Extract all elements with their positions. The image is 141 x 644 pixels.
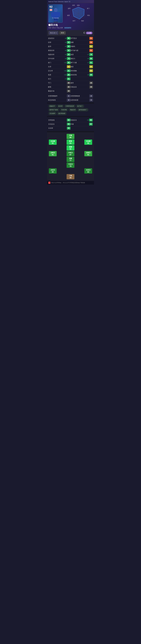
stat-right-6: 脚下力量 +7 81: [70, 61, 93, 64]
stat-right-boost-9: +9: [86, 74, 89, 76]
position-badge: 左后卫83: [49, 168, 57, 174]
ps-left-2: 长传球 90: [48, 127, 70, 130]
add-points-label: 加点: [50, 32, 53, 34]
position-score: 44: [70, 177, 71, 179]
position-row-6: 左后卫83右后卫83: [48, 168, 93, 174]
stat-right-val-7: 65: [89, 65, 93, 68]
stat-left-name-11: 守门: [48, 82, 63, 84]
stat-left-8: 定位球 +10 81: [48, 69, 70, 72]
stat-right-boost-6: +7: [86, 62, 89, 64]
stat-left-name-9: 弧度: [48, 74, 63, 76]
header-title: National Team Selection Japan '22: [48, 1, 70, 2]
weakfoot-acc-value: 4: [89, 94, 93, 98]
stat-right-val-4: 78: [89, 53, 93, 56]
position-name: 左边锋: [51, 140, 55, 142]
position-name: 左前卫: [51, 152, 55, 154]
stat-right-val-0: 51: [89, 37, 93, 40]
stat-left-val-8: 81: [67, 69, 70, 72]
position-score: 83: [52, 171, 54, 173]
skill-tag-0: 精确传中: [48, 105, 56, 108]
stat-left-9: 弧度 +10 86: [48, 73, 70, 76]
position-score: 76: [70, 165, 71, 167]
stat-left-boost-1: +8: [63, 42, 66, 43]
stat-right-5: 爆发力 +9 86: [70, 57, 93, 60]
stat-left-name-1: 控球: [48, 41, 63, 44]
points-total: 68: [55, 32, 57, 34]
ps-left-val-0: 90: [67, 118, 70, 122]
position-badge: 中锋90: [67, 134, 74, 139]
stat-left-boost-9: +10: [63, 74, 66, 76]
position-badge: 左前卫91: [49, 151, 57, 156]
stat-right-val-12: 40: [89, 86, 93, 88]
skill-tag-9: 远距离抽射: [57, 112, 67, 115]
stat-left-name-6: 射门: [48, 62, 63, 64]
stat-left-boost-10: +7: [63, 78, 66, 80]
stat-left-val-0: 86: [67, 37, 70, 40]
stat-right-11: 接球 40: [70, 82, 93, 84]
position-row-2: 前腰92: [48, 145, 93, 150]
position-badge: 中后卫76: [67, 162, 74, 168]
position-score: 91: [87, 154, 89, 156]
weakfoot-right: 非惯用脚精度 4: [70, 94, 93, 98]
stat-left-11: 守门 40: [48, 82, 70, 84]
position-score: 92: [52, 142, 54, 144]
stat-left-val-9: 86: [67, 73, 70, 76]
ps-left-name-0: 控球游戏: [48, 119, 63, 121]
stat-left-5: 空中传球 +8 79: [48, 57, 70, 60]
player-info: 26岁 180cm 72kg 右脚 创意指挥官: [48, 27, 93, 29]
skill-tag-1: 直传球: [57, 105, 64, 108]
stat-row: 头球 62 跳跃 65: [48, 65, 93, 69]
stat-left-val-6: 80: [67, 61, 70, 64]
stat-right-boost-5: +9: [86, 58, 89, 60]
svg-text:防守: 防守: [73, 20, 75, 22]
stat-left-1: 控球 +8 83: [48, 41, 70, 44]
stat-left-name-12: 解围: [48, 86, 63, 88]
position-badge: 中前卫87: [67, 151, 74, 156]
position-row-7: 门将44: [48, 174, 93, 179]
skill-tag-5: 吊射控制: [60, 108, 68, 111]
playstyle-row-0: 控球游戏 90 快速反击 +9 99: [48, 118, 93, 122]
stat-left-val-11: 40: [67, 82, 70, 84]
playstyle-row-1: 长传反击 90 外侧 90: [48, 122, 93, 126]
radar-svg: 进攻 射门 对抗 制空 防守 速度 盘带 传球: [65, 4, 91, 23]
ps-right-boost-0: +9: [86, 119, 89, 121]
positions-section: 中锋90左边锋92影锋93右边锋92前腰92左前卫91中前卫87右前卫91后腰7…: [47, 132, 94, 181]
svg-rect-7: [56, 22, 58, 23]
position-name: 门将: [69, 175, 72, 177]
stat-right-name-11: 接球: [70, 82, 86, 84]
player-name-section: 镰田大地 26岁 180cm 72kg 右脚 创意指挥官: [48, 24, 93, 29]
stat-row: 地面传球 +8 84 速度 +7 78: [48, 52, 93, 57]
stat-left-name-2: 盘球: [48, 46, 63, 48]
points-count: 0/68: [54, 32, 57, 34]
position-row-0: 中锋90: [48, 134, 93, 139]
stat-right-name-8: 身体接触: [70, 70, 86, 72]
stat-right-name-12: 扑救反应: [70, 86, 86, 88]
player-top: 92 D. Kamada Japan '22 进攻 射门: [48, 4, 93, 23]
stat-left-2: 盘球 +8 85: [48, 45, 70, 48]
footer-text: 来自大众评球App，关注公众号'评球精选'获取App下载链接: [51, 182, 85, 184]
position-badge: 前腰92: [67, 145, 74, 150]
ps-right-1: 外侧 90: [70, 123, 93, 126]
player-card-image: 92 D. Kamada Japan '22: [48, 4, 63, 23]
position-name: 右边锋: [86, 140, 91, 142]
points-bar: 加点 0/68 重置 C Lv.35: [47, 30, 94, 36]
weakfoot-freq-value: 3: [67, 94, 70, 98]
stat-right-val-3: 51: [89, 49, 93, 52]
add-points-button[interactable]: 加点 0/68: [49, 31, 58, 35]
stat-right-4: 速度 +7 78: [70, 53, 93, 56]
stat-right-name-7: 跳跃: [70, 66, 86, 68]
stats-section: 进攻意识 +9 86 防守意识 51 控球 +8 83 抢断 50 盘球 +8 …: [47, 36, 94, 94]
stat-left-12: 解围 40: [48, 86, 70, 88]
stat-row: 弧度 +10 86 身体控制 +9 80: [48, 73, 93, 77]
stat-left-val-1: 83: [67, 41, 70, 44]
stat-right-val-8: 63: [89, 69, 93, 72]
skill-tag-4: 踢球技巧操控: [48, 108, 59, 111]
reset-button[interactable]: 重置: [59, 31, 66, 34]
position-name: 左后卫: [51, 169, 55, 171]
svg-rect-2: [51, 12, 53, 17]
stat-right-name-0: 防守意识: [70, 37, 86, 40]
stat-left-val-4: 84: [67, 53, 70, 56]
position-name: 影锋: [69, 140, 72, 142]
stat-left-name-8: 定位球: [48, 70, 63, 72]
position-name: 右后卫: [86, 169, 91, 171]
